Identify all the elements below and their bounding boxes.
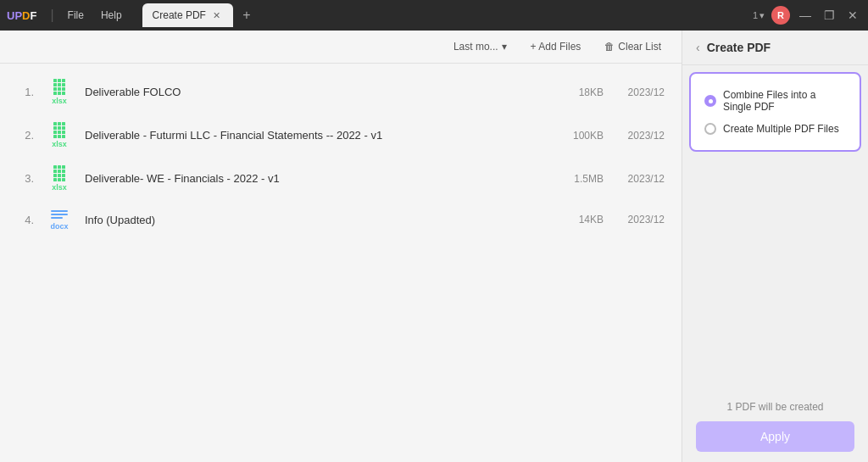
add-files-button[interactable]: + Add Files <box>524 37 588 56</box>
file-size: 18KB <box>553 86 604 98</box>
table-row[interactable]: 3. xlsx Deliverable- WE - Financials - 2… <box>0 157 682 200</box>
option-combine-single[interactable]: Combine Files into a Single PDF <box>704 84 846 118</box>
file-date: 2023/12 <box>614 214 665 225</box>
clear-list-button[interactable]: 🗑 Clear List <box>598 37 668 56</box>
title-bar: UPDF | File Help Create PDF ✕ + 1 ▾ R — … <box>0 0 868 31</box>
file-name: Info (Upadted) <box>85 214 542 226</box>
minimize-button[interactable]: — <box>797 7 814 24</box>
option-multiple[interactable]: Create Multiple PDF Files <box>704 118 846 140</box>
file-size: 14KB <box>553 214 604 225</box>
file-number: 2. <box>17 129 34 142</box>
file-size: 1.5MB <box>553 173 604 185</box>
apply-button[interactable]: Apply <box>696 421 854 452</box>
file-name: Deliverable FOLCO <box>85 86 542 98</box>
sort-button[interactable]: Last mo... ▾ <box>447 37 514 56</box>
file-number: 1. <box>17 86 34 98</box>
file-list-area: Last mo... ▾ + Add Files 🗑 Clear List 1. <box>0 31 682 462</box>
file-ext: xlsx <box>52 140 67 148</box>
file-name: Deliverable - Futurmi LLC - Financial St… <box>85 129 542 142</box>
file-icon-xlsx: xlsx <box>44 79 75 105</box>
file-icon-docx: docx <box>44 209 75 231</box>
tab-close-button[interactable]: ✕ <box>211 9 223 21</box>
file-date: 2023/12 <box>614 173 665 185</box>
divider: | <box>50 8 53 23</box>
file-icon-xlsx: xlsx <box>44 122 75 148</box>
table-row[interactable]: 1. xlsx Deliverable FOLCO 18KB 2023/12 <box>0 70 682 114</box>
file-icon-xlsx: xlsx <box>44 165 75 192</box>
option-label-multiple: Create Multiple PDF Files <box>723 123 839 135</box>
main-content: Last mo... ▾ + Add Files 🗑 Clear List 1. <box>0 31 868 462</box>
sort-chevron-icon: ▾ <box>502 41 507 53</box>
tab-label: Create PDF <box>153 9 206 21</box>
panel-header: ‹ Create PDF <box>682 31 868 65</box>
menu-help[interactable]: Help <box>94 8 129 23</box>
tab-add-button[interactable]: + <box>236 5 257 25</box>
trash-icon: 🗑 <box>604 41 615 53</box>
window-count: 1 ▾ <box>753 10 765 21</box>
panel-title: Create PDF <box>707 41 771 54</box>
file-ext: docx <box>50 222 68 231</box>
add-files-label: + Add Files <box>531 41 581 53</box>
tab-create-pdf[interactable]: Create PDF ✕ <box>142 3 233 27</box>
file-ext: xlsx <box>52 97 67 105</box>
file-list: 1. xlsx Deliverable FOLCO 18KB 2023/12 2… <box>0 64 682 462</box>
file-date: 2023/12 <box>614 130 665 142</box>
window-controls: 1 ▾ R — ❐ ✕ <box>753 6 861 25</box>
menu-bar: File Help <box>61 8 129 23</box>
clear-list-label: Clear List <box>618 41 661 53</box>
panel-options-group: Combine Files into a Single PDF Create M… <box>689 72 861 152</box>
close-button[interactable]: ✕ <box>844 7 861 24</box>
panel-footer: 1 PDF will be created Apply <box>682 391 868 462</box>
tabs-area: Create PDF ✕ + <box>142 3 753 27</box>
radio-combine-single[interactable] <box>704 95 716 107</box>
radio-multiple[interactable] <box>704 123 716 135</box>
option-label-combine-single: Combine Files into a Single PDF <box>723 89 846 113</box>
table-row[interactable]: 2. xlsx Deliverable - Futurmi LLC - Fina… <box>0 114 682 157</box>
maximize-button[interactable]: ❐ <box>821 7 837 24</box>
menu-file[interactable]: File <box>61 8 91 23</box>
pdf-count-text: 1 PDF will be created <box>726 401 823 413</box>
right-panel: ‹ Create PDF Combine Files into a Single… <box>682 31 868 462</box>
sort-label: Last mo... <box>453 41 498 53</box>
file-size: 100KB <box>553 130 604 142</box>
file-date: 2023/12 <box>614 86 665 98</box>
file-ext: xlsx <box>52 183 67 192</box>
file-name: Deliverable- WE - Financials - 2022 - v1 <box>85 172 542 185</box>
file-list-toolbar: Last mo... ▾ + Add Files 🗑 Clear List <box>0 31 682 64</box>
back-icon[interactable]: ‹ <box>696 41 700 54</box>
app-logo: UPDF <box>7 9 36 22</box>
table-row[interactable]: 4. docx Info (Upadted) 14KB 2023/12 <box>0 200 682 239</box>
user-avatar[interactable]: R <box>771 6 790 25</box>
file-number: 3. <box>17 172 34 185</box>
file-number: 4. <box>17 214 34 226</box>
